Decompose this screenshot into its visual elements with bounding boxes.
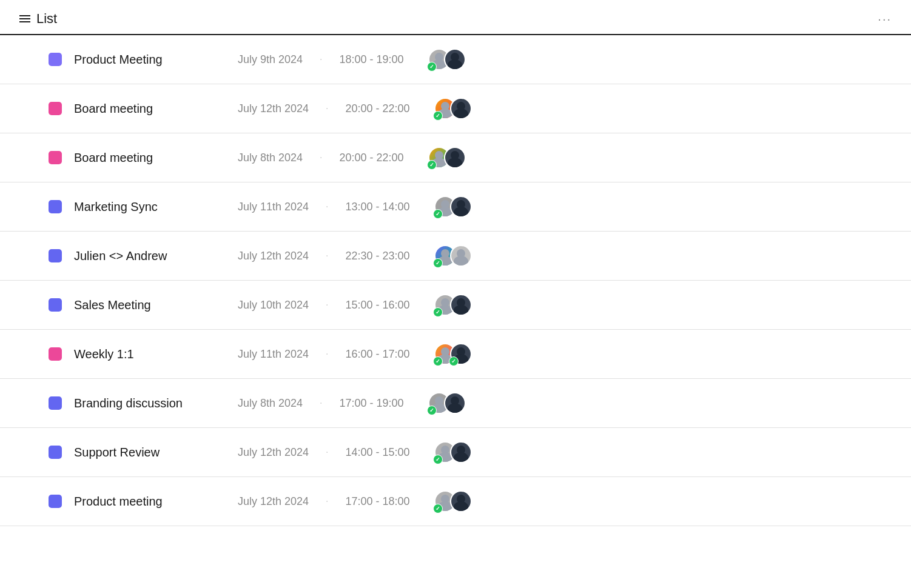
- meeting-color-dot: [49, 249, 62, 262]
- meeting-row[interactable]: Board meeting July 12th 2024 · 20:00 - 2…: [0, 84, 911, 133]
- meeting-avatars: [434, 245, 472, 267]
- page-title: List: [36, 11, 57, 27]
- meeting-time: 14:00 - 15:00: [346, 446, 410, 459]
- meeting-name: Julien <> Andrew: [74, 249, 220, 263]
- meeting-row[interactable]: Board meeting July 8th 2024 · 20:00 - 22…: [0, 133, 911, 182]
- meeting-color-dot: [49, 102, 62, 115]
- meeting-time: 20:00 - 22:00: [340, 152, 404, 164]
- meeting-date: July 12th 2024: [238, 102, 309, 115]
- meeting-name: Board meeting: [74, 151, 220, 165]
- meeting-avatars: [434, 343, 472, 365]
- list-view-icon[interactable]: [19, 15, 30, 22]
- meeting-avatars: [434, 490, 472, 512]
- meeting-time: 22:30 - 23:00: [346, 250, 410, 262]
- dot-separator: ·: [326, 447, 328, 458]
- meeting-name: Board meeting: [74, 102, 220, 116]
- meeting-name: Branding discussion: [74, 396, 220, 410]
- dot-separator: ·: [320, 398, 322, 409]
- meeting-name: Weekly 1:1: [74, 347, 220, 361]
- meeting-avatars: [434, 294, 472, 316]
- meeting-row[interactable]: Weekly 1:1 July 11th 2024 · 16:00 - 17:0…: [0, 330, 911, 379]
- dot-separator: ·: [326, 496, 328, 507]
- meeting-avatars: [428, 147, 466, 169]
- meeting-color-dot: [49, 446, 62, 459]
- meeting-time: 20:00 - 22:00: [346, 102, 410, 115]
- meeting-name: Sales Meeting: [74, 298, 220, 312]
- meeting-avatars: [434, 196, 472, 218]
- meeting-row[interactable]: Product meeting July 12th 2024 · 17:00 -…: [0, 477, 911, 526]
- meeting-time: 15:00 - 16:00: [346, 299, 410, 312]
- meeting-avatars: [428, 392, 466, 414]
- meeting-avatars: [428, 48, 466, 70]
- dot-separator: ·: [326, 103, 328, 114]
- meeting-color-dot: [49, 347, 62, 361]
- meeting-row[interactable]: Marketing Sync July 11th 2024 · 13:00 - …: [0, 182, 911, 232]
- meeting-color-dot: [49, 151, 62, 164]
- header: List ···: [0, 0, 911, 35]
- dot-separator: ·: [326, 250, 328, 261]
- meeting-time: 13:00 - 14:00: [346, 201, 410, 213]
- meeting-date: July 9th 2024: [238, 53, 303, 66]
- meeting-row[interactable]: Sales Meeting July 10th 2024 · 15:00 - 1…: [0, 281, 911, 330]
- meeting-date: July 8th 2024: [238, 152, 303, 164]
- meeting-color-dot: [49, 495, 62, 508]
- meeting-date: July 11th 2024: [238, 201, 309, 213]
- app-container: List ··· Product Meeting July 9th 2024 ·…: [0, 0, 911, 526]
- header-left: List: [19, 11, 57, 27]
- meeting-date: July 12th 2024: [238, 495, 309, 508]
- meeting-date: July 12th 2024: [238, 446, 309, 459]
- meeting-row[interactable]: Branding discussion July 8th 2024 · 17:0…: [0, 379, 911, 428]
- meeting-time: 17:00 - 18:00: [346, 495, 410, 508]
- meeting-color-dot: [49, 200, 62, 213]
- meeting-list: Product Meeting July 9th 2024 · 18:00 - …: [0, 35, 911, 526]
- dot-separator: ·: [320, 54, 322, 65]
- meeting-name: Product meeting: [74, 495, 220, 509]
- meeting-date: July 11th 2024: [238, 348, 309, 361]
- meeting-row[interactable]: Julien <> Andrew July 12th 2024 · 22:30 …: [0, 232, 911, 281]
- dot-separator: ·: [320, 152, 322, 163]
- meeting-avatars: [434, 98, 472, 119]
- dot-separator: ·: [326, 349, 328, 359]
- dot-separator: ·: [326, 201, 328, 212]
- meeting-name: Marketing Sync: [74, 200, 220, 214]
- meeting-time: 17:00 - 19:00: [340, 397, 404, 410]
- meeting-name: Support Review: [74, 446, 220, 459]
- meeting-color-dot: [49, 298, 62, 312]
- meeting-date: July 10th 2024: [238, 299, 309, 312]
- meeting-time: 18:00 - 19:00: [340, 53, 404, 66]
- meeting-date: July 8th 2024: [238, 397, 303, 410]
- meeting-row[interactable]: Product Meeting July 9th 2024 · 18:00 - …: [0, 35, 911, 84]
- meeting-row[interactable]: Support Review July 12th 2024 · 14:00 - …: [0, 428, 911, 477]
- meeting-avatars: [434, 441, 472, 463]
- meeting-color-dot: [49, 53, 62, 66]
- meeting-time: 16:00 - 17:00: [346, 348, 410, 361]
- dot-separator: ·: [326, 299, 328, 310]
- meeting-color-dot: [49, 396, 62, 410]
- meeting-name: Product Meeting: [74, 53, 220, 67]
- more-options-button[interactable]: ···: [878, 12, 892, 26]
- meeting-date: July 12th 2024: [238, 250, 309, 262]
